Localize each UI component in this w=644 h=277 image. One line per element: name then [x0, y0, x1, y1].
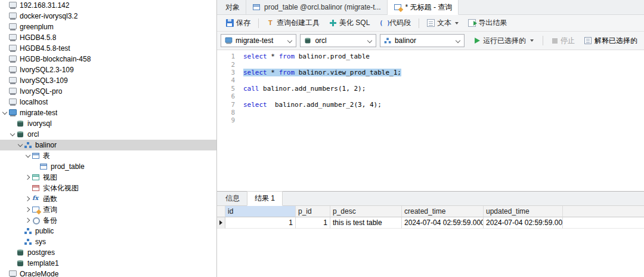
column-header-created-time[interactable]: created_time	[402, 206, 484, 217]
column-header-p-id[interactable]: p_id	[296, 206, 330, 217]
sidebar-item-queries-folder[interactable]: 查询	[0, 204, 216, 215]
tab-info[interactable]: 信息	[218, 192, 247, 205]
sidebar-item-template1-db[interactable]: template1	[0, 258, 216, 269]
cell-created-time[interactable]: 2024-07-04 02:59:59.0000	[402, 217, 484, 229]
sidebar-item-192-168-31-142[interactable]: 192.168.31.142	[0, 0, 216, 11]
sidebar-item-balinor-schema[interactable]: balinor	[0, 140, 216, 150]
column-header-updated-time[interactable]: updated_time	[484, 206, 563, 217]
tab-result-1[interactable]: 结果 1	[247, 191, 283, 206]
chevron-right-icon[interactable]	[24, 206, 32, 213]
database-icon	[16, 248, 25, 257]
tree-label: prod_table	[51, 162, 85, 171]
sql-keyword: from	[279, 53, 295, 60]
connection-bar: migrate-test orcl balinor 运行已选择的 停止 解释已选…	[217, 32, 644, 50]
cell-p-desc[interactable]: this is test table	[330, 217, 402, 229]
sidebar-item-postgres-db[interactable]: postgres	[0, 247, 216, 258]
beautify-sql-button[interactable]: 美化 SQL	[325, 17, 374, 29]
sql-keyword: select	[243, 69, 267, 76]
sql-editor[interactable]: 1select * from balinor.prod_table 2 3sel…	[217, 50, 644, 191]
sql-keyword: select	[243, 101, 267, 109]
chevron-right-icon[interactable]	[24, 195, 32, 202]
beautify-icon	[329, 19, 337, 27]
tree-indent	[9, 260, 16, 267]
database-icon	[16, 259, 25, 267]
editor-line[interactable]: 8	[217, 109, 644, 116]
chevron-down-icon	[530, 39, 534, 42]
sql-text: balinor.add_numbers(1, 2);	[259, 85, 366, 93]
editor-line[interactable]: 7select balinor.add_number_2(3, 4);	[217, 100, 644, 108]
tab-label: prod_table @orcl.balinor (migrate-t...	[264, 3, 381, 11]
tree-indent	[1, 77, 8, 84]
sidebar-item-prod-table[interactable]: prod_table	[0, 161, 216, 172]
cell-p-id[interactable]: 1	[296, 217, 330, 229]
current-row-icon	[219, 220, 222, 225]
sidebar-item-tables-folder[interactable]: 表	[0, 150, 216, 161]
chevron-right-icon[interactable]	[24, 174, 32, 181]
sidebar-item-localhost[interactable]: localhost	[0, 97, 216, 107]
sidebar-item-ivorysql-pro[interactable]: IvorySQL-pro	[0, 86, 216, 97]
tree-indent	[17, 227, 24, 235]
editor-line[interactable]: 6	[217, 93, 644, 100]
stop-button[interactable]: 停止	[549, 36, 578, 46]
chevron-down-icon[interactable]	[9, 131, 16, 138]
code-snippet-button[interactable]: 代码段	[375, 17, 415, 29]
sidebar-item-ivorysql-db[interactable]: ivorysql	[0, 118, 216, 129]
editor-line[interactable]: 3select * from balinor.view_prod_table_1…	[217, 69, 644, 76]
editor-line[interactable]: 4	[217, 76, 644, 84]
sidebar-item-matviews-folder[interactable]: 实体化视图	[0, 183, 216, 193]
tree-indent	[1, 45, 8, 52]
tab-objects[interactable]: 对象	[219, 0, 246, 14]
sidebar-item-hgdb458-test[interactable]: HGDB4.5.8-test	[0, 43, 216, 54]
tab-prod-table[interactable]: prod_table @orcl.balinor (migrate-t...	[246, 0, 388, 14]
editor-line[interactable]: 9	[217, 116, 644, 124]
chevron-right-icon[interactable]	[24, 217, 32, 224]
tree-indent	[17, 238, 24, 245]
sidebar-item-migrate-test[interactable]: migrate-test	[0, 107, 216, 118]
query-toolbar: 保存 查询创建工具 美化 SQL 代码段 文本 导出结果	[217, 15, 644, 32]
sidebar-item-hgdb-blockchain[interactable]: HGDB-blockchain-458	[0, 54, 216, 64]
sidebar-item-public-schema[interactable]: public	[0, 226, 216, 236]
grid-header-row: id p_id p_desc created_time updated_time	[217, 206, 644, 217]
play-icon	[475, 38, 480, 44]
save-button[interactable]: 保存	[222, 17, 255, 29]
tab-query[interactable]: * 无标题 - 查询	[388, 0, 459, 15]
sidebar-item-ivorysql3-109[interactable]: IvorySQL3-109	[0, 75, 216, 86]
chevron-down-icon[interactable]	[24, 152, 32, 159]
tree-label: sys	[35, 238, 46, 246]
cell-id[interactable]: 1	[225, 217, 296, 229]
chevron-down-icon[interactable]	[17, 141, 24, 149]
chevron-down-icon[interactable]	[1, 109, 8, 116]
column-header-p-desc[interactable]: p_desc	[330, 206, 402, 217]
sidebar-item-oraclemode[interactable]: OracleMode	[0, 269, 216, 277]
run-selected-button[interactable]: 运行已选择的	[472, 36, 537, 46]
tree-label: balinor	[35, 141, 57, 149]
sidebar-item-orcl-db[interactable]: orcl	[0, 129, 216, 140]
editor-line[interactable]: 1select * from balinor.prod_table	[217, 53, 644, 60]
tab-label: * 无标题 - 查询	[405, 2, 453, 13]
database-select[interactable]: orcl	[300, 34, 376, 47]
text-mode-button[interactable]: 文本	[423, 17, 463, 29]
explain-selected-button[interactable]: 解释已选择的	[581, 36, 640, 46]
line-number: 3	[217, 69, 235, 76]
sidebar-item-functions-folder[interactable]: 函数	[0, 193, 216, 204]
sidebar-item-backups-folder[interactable]: 备份	[0, 215, 216, 226]
editor-line[interactable]: 5call balinor.add_numbers(1, 2);	[217, 85, 644, 93]
table-row[interactable]: 1 1 this is test table 2024-07-04 02:59:…	[217, 217, 644, 229]
schema-select[interactable]: balinor	[380, 34, 465, 47]
server-icon	[8, 1, 17, 10]
connection-select[interactable]: migrate-test	[221, 34, 296, 47]
export-results-button[interactable]: 导出结果	[464, 17, 511, 29]
sidebar-item-docker-ivorysql[interactable]: docker-ivorysql3.2	[0, 11, 216, 21]
sidebar-item-hgdb458[interactable]: HGDB4.5.8	[0, 32, 216, 43]
column-header-id[interactable]: id	[225, 206, 296, 217]
sidebar-item-greenplum[interactable]: greenplum	[0, 21, 216, 32]
server-icon	[8, 98, 17, 106]
sidebar-item-sys-schema[interactable]: sys	[0, 236, 216, 247]
tree-indent	[1, 66, 8, 73]
cell-updated-time[interactable]: 2024-07-04 02:59:59.0000	[484, 217, 563, 229]
sidebar-item-views-folder[interactable]: 视图	[0, 172, 216, 183]
database-icon	[16, 130, 25, 138]
editor-line[interactable]: 2	[217, 60, 644, 68]
sidebar-item-ivorysql23-109[interactable]: IvorySQL2.3-109	[0, 64, 216, 75]
query-builder-button[interactable]: 查询创建工具	[262, 17, 324, 29]
